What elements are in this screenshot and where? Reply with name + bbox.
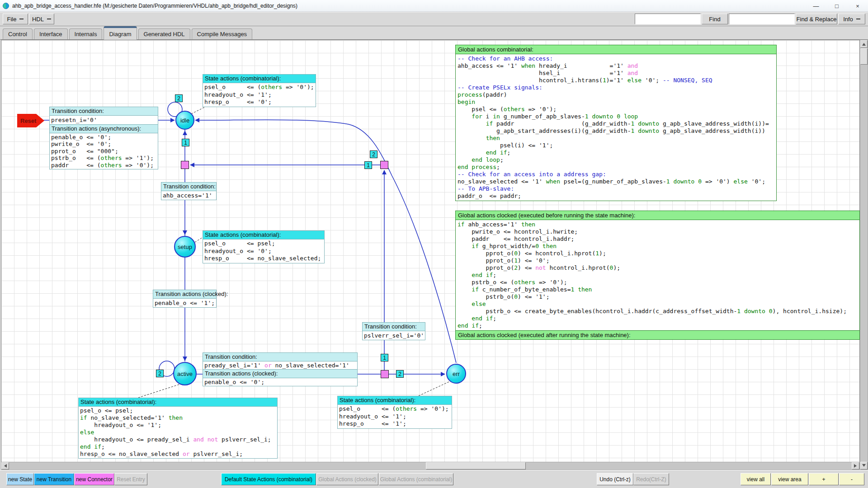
tab-interface[interactable]: Interface xyxy=(34,28,68,39)
priority-badge-to-err[interactable]: 2 xyxy=(396,370,404,378)
priority-badge-idle-loop[interactable]: 2 xyxy=(175,94,183,102)
redo-button[interactable]: Redo(Ctrl-Z) xyxy=(633,473,669,485)
panel-code[interactable]: -- Check for an AHB access:ahb_access <=… xyxy=(455,54,777,201)
transition-condition-header: Transition condition: xyxy=(49,107,158,116)
file-menu-button[interactable]: File xyxy=(3,14,28,24)
close-button[interactable]: × xyxy=(847,0,868,12)
global-actions-combinatorial-button[interactable]: Global Actions (combinatorial) xyxy=(379,473,453,485)
transition-condition-value[interactable]: ahb_access='1' xyxy=(161,191,217,200)
state-actions-header: State actions (combinatorial): xyxy=(78,398,278,407)
default-state-actions-button[interactable]: Default State Actions (combinatorial) xyxy=(221,473,316,485)
vertical-scroll-thumb[interactable] xyxy=(860,48,868,65)
bottom-toolbar: new State new Transition new Connector R… xyxy=(0,470,868,488)
state-idle[interactable]: idle xyxy=(175,111,194,130)
scroll-left-button[interactable] xyxy=(1,462,9,469)
tab-diagram[interactable]: Diagram xyxy=(104,26,137,40)
global-actions-clocked-panel[interactable]: Global actions clocked (executed before … xyxy=(455,211,860,340)
state-setup[interactable]: setup xyxy=(174,236,196,258)
setup-state-actions-box[interactable]: State actions (combinatorial): psel_o <=… xyxy=(203,230,325,263)
scroll-down-button[interactable] xyxy=(860,462,868,469)
hdl-fsm-editor-window: ahb_apb_bridge_access_handler.hfe (M:/ge… xyxy=(0,0,868,488)
zoom-out-button[interactable]: - xyxy=(839,473,864,485)
global-actions-clocked-button[interactable]: Global Actions (clocked) xyxy=(316,473,378,485)
zoom-in-button[interactable]: + xyxy=(809,473,839,485)
arrow-right-icon xyxy=(854,464,859,468)
state-actions-code[interactable]: psel_o <= (others => '0');hreadyout_o <=… xyxy=(337,405,452,429)
arrow-up-icon xyxy=(862,41,866,46)
new-transition-button[interactable]: new Transition xyxy=(34,473,74,485)
transition-actions-code[interactable]: penable_o <= '0';pwrite_o <= '0';pprot_o… xyxy=(49,133,158,169)
idle-state-actions-box[interactable]: State actions (combinatorial): psel_o <=… xyxy=(203,74,316,107)
new-connector-button[interactable]: new Connector xyxy=(74,473,114,485)
transition-actions-value[interactable]: penable_o <= '1'; xyxy=(153,299,217,308)
err-state-actions-box[interactable]: State actions (combinatorial): psel_o <=… xyxy=(337,396,452,429)
transition-actions-header: Transition actions (clocked): xyxy=(203,370,358,378)
transition-actions-header: Transition actions (asynchronous): xyxy=(49,125,158,133)
idle-setup-condition-box[interactable]: Transition condition: ahb_access='1' xyxy=(161,182,217,200)
find-button[interactable]: Find xyxy=(702,14,728,24)
notebook-tabs: Control Interface Internals Diagram Gene… xyxy=(0,26,868,40)
replace-input[interactable] xyxy=(729,14,795,24)
global-actions-combinatorial-panel[interactable]: Global actions combinatorial: -- Check f… xyxy=(455,45,777,201)
active-state-actions-box[interactable]: State actions (combinatorial): psel_o <=… xyxy=(78,398,278,459)
priority-badge-idle-out[interactable]: 1 xyxy=(182,139,189,146)
tab-internals[interactable]: Internals xyxy=(69,28,103,39)
menu-bar: File HDL HDL-FSM-Editor Find Find & Repl… xyxy=(0,12,868,26)
app-icon xyxy=(3,3,9,9)
horizontal-scroll-thumb[interactable] xyxy=(426,462,526,469)
window-title: ahb_apb_bridge_access_handler.hfe (M:/ge… xyxy=(12,3,297,9)
menu-dash-icon xyxy=(856,19,860,19)
undo-button[interactable]: Undo (Ctrl-z) xyxy=(597,473,633,485)
diagram-canvas[interactable]: Transition condition: presetn_i='0' Tran… xyxy=(1,40,860,470)
state-actions-header: State actions (combinatorial): xyxy=(203,74,316,83)
panel-header-after: Global actions clocked (executed after r… xyxy=(455,331,860,340)
vertical-scrollbar[interactable] xyxy=(860,40,868,470)
transition-condition-value[interactable]: pslverr_sel_i='0' xyxy=(362,331,425,340)
connector-err-junction[interactable] xyxy=(381,370,389,378)
scroll-right-button[interactable] xyxy=(852,462,859,469)
state-active[interactable]: active xyxy=(173,362,197,385)
state-actions-code[interactable]: psel_o <= psel;hreadyout_o <= '0';hresp_… xyxy=(203,239,325,263)
tab-control[interactable]: Control xyxy=(3,28,33,39)
view-all-button[interactable]: view all xyxy=(741,473,771,485)
tab-generated-hdl[interactable]: Generated HDL xyxy=(138,28,190,39)
maximize-button[interactable]: □ xyxy=(826,0,847,12)
priority-badge-arc[interactable]: 2 xyxy=(370,150,377,158)
panel-code[interactable]: if ahb_access='1' then pwrite_o <= hcont… xyxy=(455,220,860,331)
setup-active-actions-box[interactable]: Transition actions (clocked): penable_o … xyxy=(153,290,217,308)
connector-idle-junction[interactable] xyxy=(181,161,189,169)
active-out-transition-box[interactable]: Transition condition: pready_sel_i='1' o… xyxy=(203,352,358,386)
reset-entry-button[interactable]: Reset Entry xyxy=(114,473,147,485)
minimize-button[interactable]: — xyxy=(806,0,826,12)
new-state-button[interactable]: new State xyxy=(6,473,34,485)
menu-dash-icon xyxy=(47,19,51,19)
state-err[interactable]: err xyxy=(446,364,466,384)
horizontal-scrollbar[interactable] xyxy=(1,462,860,470)
panel-header: Global actions clocked (executed before … xyxy=(455,211,860,220)
panel-header: Global actions combinatorial: xyxy=(455,45,777,54)
state-actions-header: State actions (combinatorial): xyxy=(337,396,452,405)
priority-badge-err-return[interactable]: 1 xyxy=(381,354,388,361)
state-actions-code[interactable]: psel_o <= psel;if no_slave_selected='1' … xyxy=(78,407,278,459)
info-menu-button[interactable]: Info xyxy=(838,14,865,24)
scroll-up-button[interactable] xyxy=(860,40,868,48)
hdl-menu-button[interactable]: HDL xyxy=(29,14,54,24)
priority-badge-active-loop[interactable]: 2 xyxy=(156,370,164,377)
err-idle-condition-box[interactable]: Transition condition: pslverr_sel_i='0' xyxy=(362,322,425,340)
find-replace-button[interactable]: Find & Replace xyxy=(796,14,837,24)
transition-condition-header: Transition condition: xyxy=(203,352,358,361)
menu-dash-icon xyxy=(19,19,24,19)
connector-return-junction[interactable] xyxy=(380,161,388,169)
transition-actions-header: Transition actions (clocked): xyxy=(153,290,217,299)
priority-badge-return-left[interactable]: 1 xyxy=(364,161,372,169)
reset-transition-box[interactable]: Transition condition: presetn_i='0' Tran… xyxy=(49,107,158,169)
transition-condition-value[interactable]: pready_sel_i='1' or no_slave_selected='1… xyxy=(203,361,358,370)
view-area-button[interactable]: view area xyxy=(771,473,808,485)
find-input[interactable] xyxy=(635,14,701,24)
transition-condition-header: Transition condition: xyxy=(161,182,217,191)
state-actions-header: State actions (combinatorial): xyxy=(203,230,325,239)
tab-compile-messages[interactable]: Compile Messages xyxy=(192,28,253,39)
transition-actions-value[interactable]: penable_o <= '0'; xyxy=(203,378,358,386)
transition-condition-value[interactable]: presetn_i='0' xyxy=(49,116,158,125)
state-actions-code[interactable]: psel_o <= (others => '0');hreadyout_o <=… xyxy=(203,83,316,107)
